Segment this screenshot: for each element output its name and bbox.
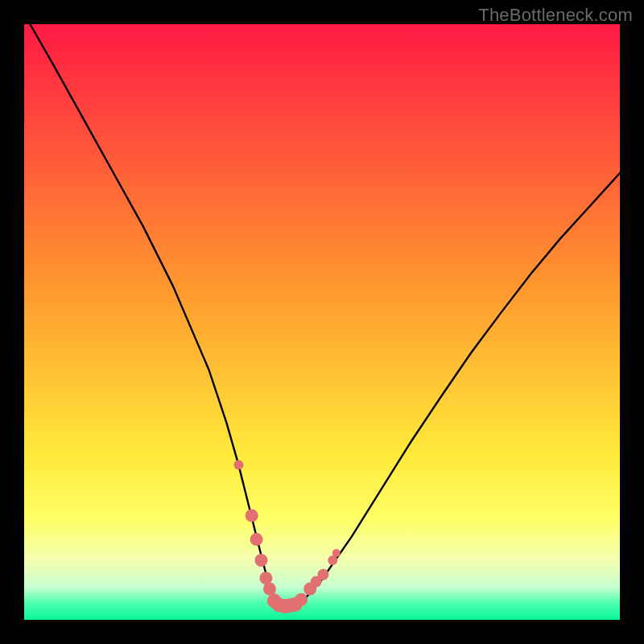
marker-dot	[332, 549, 341, 557]
marker-dot	[263, 583, 276, 596]
chart-canvas	[0, 0, 644, 644]
marker-dot	[295, 593, 308, 606]
marker-dot	[246, 510, 258, 522]
marker-dot	[318, 569, 329, 580]
plot-background	[24, 24, 620, 620]
marker-dot	[250, 533, 263, 546]
marker-dot	[255, 554, 268, 567]
watermark-text: TheBottleneck.com	[478, 5, 633, 26]
marker-dot	[233, 460, 243, 470]
